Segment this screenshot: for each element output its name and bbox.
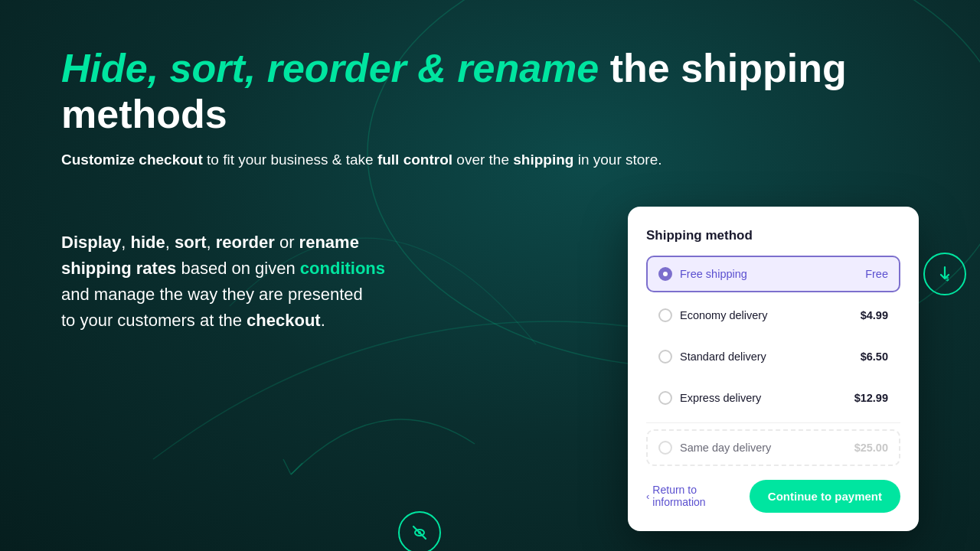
shipping-option-sameday: Same day delivery $25.00 — [646, 429, 900, 466]
page-subtitle: Customize checkout to fit your business … — [61, 152, 919, 168]
sameday-price: $25.00 — [854, 442, 888, 454]
radio-free — [658, 267, 672, 281]
eye-slash-icon — [410, 523, 430, 543]
left-description: Display, hide, sort, reorder or rename s… — [61, 207, 505, 334]
radio-economy — [658, 308, 672, 322]
card-title: Shipping method — [646, 228, 900, 243]
options-divider — [646, 422, 900, 423]
main-area: Display, hide, sort, reorder or rename s… — [61, 207, 919, 531]
shipping-option-standard[interactable]: Standard delivery $6.50 — [646, 338, 900, 375]
svg-text:$: $ — [946, 276, 949, 282]
express-price: $12.99 — [854, 392, 888, 404]
subtitle-bold1: Customize checkout — [61, 152, 203, 168]
subtitle-part1: to fit your business & take — [203, 152, 377, 168]
bold-conditions: conditions — [300, 259, 385, 278]
subtitle-bold3: shipping — [513, 152, 573, 168]
economy-price: $4.99 — [861, 309, 888, 321]
description-paragraph: Display, hide, sort, reorder or rename s… — [61, 230, 505, 334]
radio-express — [658, 391, 672, 405]
continue-button[interactable]: Continue to payment — [750, 480, 900, 513]
bold-rename: rename — [299, 233, 359, 252]
dollar-down-icon: $ — [935, 264, 955, 284]
headline-accent: Hide, sort, reorder & rename — [61, 46, 599, 90]
option-left-standard: Standard delivery — [658, 350, 766, 364]
subtitle-part2: over the — [452, 152, 513, 168]
express-label: Express delivery — [680, 392, 761, 404]
radio-sameday — [658, 441, 672, 455]
chevron-left-icon: ‹ — [646, 491, 649, 502]
standard-price: $6.50 — [861, 350, 888, 363]
card-footer: ‹ Return to information Continue to paym… — [646, 480, 900, 513]
shipping-option-express[interactable]: Express delivery $12.99 — [646, 380, 900, 416]
sameday-label: Same day delivery — [680, 442, 771, 454]
free-price: Free — [865, 268, 888, 280]
economy-label: Economy delivery — [680, 309, 767, 321]
shipping-option-economy[interactable]: Economy delivery $4.99 — [646, 297, 900, 334]
option-left-express: Express delivery — [658, 391, 761, 405]
dollar-icon-circle: $ — [923, 253, 966, 295]
bold-hide: hide — [131, 233, 165, 252]
radio-standard — [658, 350, 672, 364]
return-link[interactable]: ‹ Return to information — [646, 484, 750, 508]
bold-checkout: checkout — [247, 311, 321, 330]
subtitle-part3: in your store. — [573, 152, 662, 168]
bold-reorder: reorder — [216, 233, 275, 252]
option-left-economy: Economy delivery — [658, 308, 767, 322]
page-content: Hide, sort, reorder & rename the shippin… — [0, 0, 980, 551]
page-headline: Hide, sort, reorder & rename the shippin… — [61, 46, 919, 138]
option-left-sameday: Same day delivery — [658, 441, 771, 455]
bold-shipping-rates: shipping rates — [61, 259, 176, 278]
shipping-card: Shipping method Free shipping Free Econo… — [628, 207, 919, 531]
bold-sort: sort — [175, 233, 207, 252]
shipping-panel: $ Shipping method F — [628, 207, 919, 531]
free-label: Free shipping — [680, 268, 747, 280]
bold-display: Display — [61, 233, 121, 252]
return-label: Return to information — [652, 484, 749, 508]
shipping-option-free[interactable]: Free shipping Free — [646, 256, 900, 292]
subtitle-bold2: full control — [377, 152, 452, 168]
option-left-free: Free shipping — [658, 267, 747, 281]
eye-slash-icon-circle — [398, 511, 441, 551]
standard-label: Standard delivery — [680, 350, 766, 363]
